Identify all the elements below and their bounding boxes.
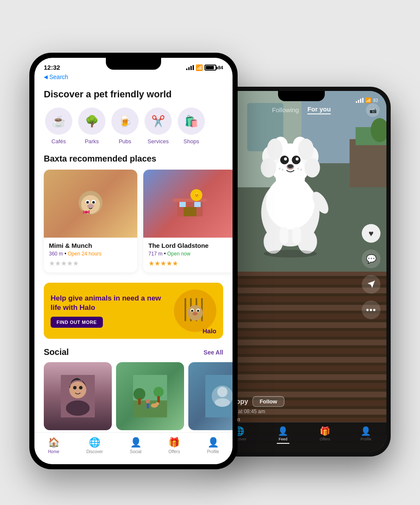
nav2-profile[interactable]: 👤 Profile [360,426,372,444]
services-icon: ✂️ [145,108,172,135]
places-scroll[interactable]: Mimi & Munch 360 m • Open 24 hours ★★★★★ [34,170,233,279]
svg-rect-56 [216,305,386,311]
phone1-time: 12:32 [44,64,60,71]
gladstone-info: The Lord Gladstone 717 m • Open now ★★★★… [143,238,233,272]
gladstone-image: 🌞 [143,170,233,238]
mimi-distance: 360 m [49,251,63,257]
svg-point-35 [133,388,145,400]
phone2-battery-pct: 83 [373,98,378,103]
heart-button[interactable]: ♥ [362,224,380,243]
svg-rect-14 [194,202,201,207]
nav-home[interactable]: 🏠 Home [48,437,60,454]
comment-button[interactable]: 💬 [362,250,380,268]
svg-rect-13 [179,202,186,207]
offers-icon: 🎁 [168,437,180,448]
phone1-signal-icon [186,65,194,70]
svg-point-106 [279,168,281,170]
parks-icon: 🌳 [78,108,105,135]
social-icon: 👤 [130,437,142,448]
tab-following[interactable]: Following [272,106,299,113]
svg-rect-59 [216,331,386,337]
discover-label: Discover [86,449,103,454]
see-all-button[interactable]: See All [204,349,223,356]
svg-rect-55 [216,296,386,302]
halo-banner[interactable]: Help give animals in need a new life wit… [44,283,223,339]
social-image-3 [188,362,233,430]
services-label: Services [148,138,169,145]
social-card-1[interactable] [44,362,112,430]
nav-active-indicator [277,443,289,444]
banner-text: Help give animals in need a new life wit… [51,294,169,328]
svg-rect-53 [216,279,386,285]
category-services[interactable]: ✂️ Services [143,108,173,145]
gladstone-status: Open now [167,251,190,257]
gladstone-distance: 717 m [148,251,162,257]
svg-point-32 [66,400,90,416]
svg-point-102 [284,158,287,161]
phone1-bottom-nav: 🏠 Home 🌐 Discover 👤 Social 🎁 Offers 👤 [34,432,233,464]
gladstone-meta: 717 m • Open now [148,251,232,257]
nav2-offers[interactable]: 🎁 Offers [320,426,330,444]
phone2-wifi-icon: 📶 [365,97,372,103]
nav2-feed[interactable]: 👤 Feed [277,426,289,444]
svg-rect-40 [147,403,149,409]
nav-profile[interactable]: 👤 Profile [207,437,219,454]
recommended-title: Baxta recommended places [34,151,233,170]
svg-point-29 [69,381,86,398]
phone1-scroll-area[interactable]: Discover a pet friendly world ☕ Cafés 🌳 … [34,85,233,436]
pubs-icon: 🍺 [111,108,139,135]
social-scroll[interactable] [34,362,233,436]
follow-button[interactable]: Follow [253,396,284,407]
find-out-more-button[interactable]: FIND OUT MORE [51,317,103,328]
svg-point-9 [85,211,88,213]
svg-point-25 [191,310,193,312]
svg-rect-18 [184,298,186,321]
svg-marker-113 [368,281,375,288]
nav-discover[interactable]: 🌐 Discover [86,437,103,454]
social-card-2[interactable] [116,362,184,430]
svg-point-8 [87,204,94,208]
place-card-mimi[interactable]: Mimi & Munch 360 m • Open 24 hours ★★★★★ [44,170,137,272]
nav-social[interactable]: 👤 Social [130,437,142,454]
category-pubs[interactable]: 🍺 Pubs [110,108,140,145]
phone1-notch [106,58,161,70]
svg-point-37 [153,387,164,397]
place-card-gladstone[interactable]: 🌞 The Lord Gladstone 717 m • Open now [143,170,233,272]
parks-label: Parks [85,138,99,145]
svg-point-105 [287,165,293,168]
categories-scroll[interactable]: ☕ Cafés 🌳 Parks 🍺 Pubs ✂️ [34,106,233,151]
profile-label: Profile [207,449,219,454]
nav2-offers-icon: 🎁 [320,426,330,436]
nav2-feed-label: Feed [278,437,287,441]
home-icon: 🏠 [48,437,60,448]
svg-rect-88 [280,227,289,244]
social-card-3[interactable] [188,362,233,430]
category-cafes[interactable]: ☕ Cafés [44,108,74,145]
svg-rect-60 [216,340,386,346]
offers-label: Offers [168,449,180,454]
camera-button[interactable]: 📷 [366,103,380,117]
cafes-icon: ☕ [45,108,72,135]
svg-rect-65 [216,383,386,389]
svg-point-30 [73,386,77,389]
tab-for-you[interactable]: For you [307,105,331,114]
mimi-stars: ★★★★★ [49,259,132,267]
post-caption: g mom [223,416,380,423]
more-actions-button[interactable]: ••• [362,301,380,319]
svg-point-96 [261,158,276,178]
svg-point-111 [264,250,317,258]
post-info-overlay: Snoopy Follow Today at 08:45 am g mom [216,396,386,423]
svg-point-42 [156,402,159,406]
back-search-link[interactable]: Search [34,73,233,85]
nav-offers[interactable]: 🎁 Offers [168,437,180,454]
category-parks[interactable]: 🌳 Parks [77,108,107,145]
category-shops[interactable]: 🛍️ Shops [176,108,206,145]
send-button[interactable] [362,275,380,294]
profile-icon: 👤 [207,437,219,448]
gladstone-stars: ★★★★★ [148,259,232,267]
pubs-label: Pubs [119,138,131,145]
phone2-status-icons: 📶 83 [356,97,378,103]
svg-rect-36 [138,398,141,405]
wifi-icon: 📶 [196,64,203,71]
svg-point-39 [146,399,150,403]
